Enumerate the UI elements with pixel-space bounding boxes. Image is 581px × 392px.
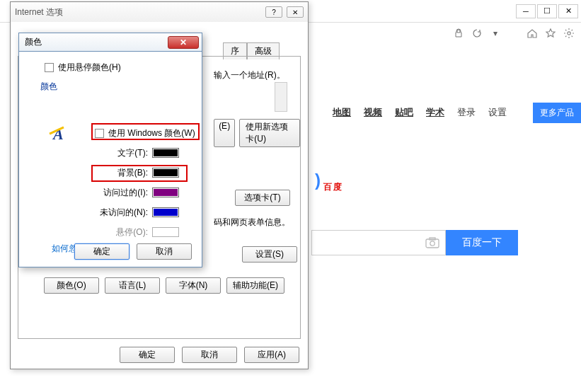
- cd-title-text: 颜色: [25, 36, 42, 48]
- windows-color-label: 使用 Windows 颜色(W): [108, 127, 195, 139]
- font-color-icon: A: [53, 125, 73, 145]
- refresh-icon[interactable]: [471, 27, 483, 40]
- gear-icon[interactable]: [563, 27, 575, 40]
- hover-swatch-row: 悬停(O):: [93, 224, 195, 240]
- text-color-swatch[interactable]: [152, 148, 179, 158]
- cd-group-label: 颜色: [40, 81, 189, 93]
- io-apply-button[interactable]: 应用(A): [244, 347, 299, 363]
- io-help-button[interactable]: ?: [265, 6, 282, 18]
- baidu-logo: )百度: [315, 166, 343, 196]
- io-bottom-buttons: 颜色(O) 语言(L) 字体(N) 辅助功能(E): [44, 277, 284, 294]
- io-address-hint: 输入一个地址(R)。: [214, 69, 285, 81]
- browser-toolbar: ▾: [447, 23, 581, 44]
- visited-color-row: 访问过的(I):: [93, 185, 195, 200]
- io-tabcard-button[interactable]: 选项卡(T): [235, 190, 290, 206]
- io-cancel-button[interactable]: 取消: [182, 347, 237, 363]
- unvisited-color-label: 未访问的(N):: [93, 207, 148, 219]
- io-title-text: Internet 选项: [15, 6, 63, 18]
- nav-login[interactable]: 登录: [457, 106, 476, 119]
- io-btn-e[interactable]: (E): [214, 119, 235, 147]
- star-icon[interactable]: [544, 27, 557, 40]
- text-color-label: 文字(T):: [93, 147, 148, 159]
- io-scrollbar[interactable]: [275, 82, 287, 112]
- windows-color-checkbox[interactable]: [95, 129, 104, 138]
- hover-color-checkbox[interactable]: [45, 63, 54, 72]
- io-footer: 确定 取消 应用(A): [120, 347, 299, 363]
- svg-rect-1: [426, 239, 439, 248]
- colors-dialog: 颜色 ✕ 使用悬停颜色(H) 颜色 A 使用 Windows 颜色(W) 文字(…: [18, 33, 202, 267]
- cd-footer: 确定 取消: [74, 243, 192, 260]
- hover-swatch-label: 悬停(O):: [93, 226, 148, 238]
- baidu-nav: 地图 视频 贴吧 学术 登录 设置: [333, 106, 507, 119]
- cd-rows: 使用 Windows 颜色(W) 文字(T): 背景(B): 访问过的(I): …: [93, 125, 195, 244]
- dropdown-icon[interactable]: ▾: [489, 27, 502, 40]
- cd-titlebar: 颜色 ✕: [19, 33, 202, 52]
- nav-settings[interactable]: 设置: [488, 106, 507, 119]
- baidu-search: 百度一下: [311, 230, 518, 255]
- language-button[interactable]: 语言(L): [105, 277, 160, 294]
- bg-color-swatch[interactable]: [152, 168, 179, 178]
- fonts-button[interactable]: 字体(N): [166, 277, 221, 294]
- hover-color-label: 使用悬停颜色(H): [58, 62, 121, 74]
- close-button[interactable]: ✕: [558, 4, 578, 18]
- nav-map[interactable]: 地图: [333, 106, 351, 119]
- unvisited-color-swatch[interactable]: [152, 207, 179, 217]
- io-settings-button[interactable]: 设置(S): [242, 246, 297, 263]
- nav-tieba[interactable]: 贴吧: [395, 106, 413, 119]
- search-button[interactable]: 百度一下: [446, 230, 518, 255]
- io-ok-button[interactable]: 确定: [120, 347, 175, 363]
- bg-color-row: 背景(B):: [93, 165, 195, 180]
- io-btn-new-tab[interactable]: 使用新选项卡(U): [239, 119, 300, 147]
- colors-button[interactable]: 颜色(O): [44, 277, 99, 294]
- io-titlebar: Internet 选项 ? ✕: [11, 2, 308, 22]
- cd-ok-button[interactable]: 确定: [74, 243, 130, 260]
- minimize-button[interactable]: ─: [516, 4, 536, 18]
- io-close-button[interactable]: ✕: [287, 6, 304, 18]
- nav-video[interactable]: 视频: [364, 106, 382, 119]
- hover-color-row: 使用悬停颜色(H): [45, 62, 189, 74]
- maximize-button[interactable]: ☐: [537, 4, 557, 18]
- nav-scholar[interactable]: 学术: [426, 106, 444, 119]
- bg-color-label: 背景(B):: [93, 167, 148, 179]
- svg-point-2: [430, 241, 435, 246]
- hover-swatch: [152, 227, 179, 237]
- cd-cancel-button[interactable]: 取消: [137, 243, 192, 260]
- unvisited-color-row: 未访问的(N):: [93, 204, 195, 220]
- windows-color-row: 使用 Windows 颜色(W): [93, 125, 195, 141]
- cd-body: 使用悬停颜色(H) 颜色: [19, 52, 202, 107]
- visited-color-swatch[interactable]: [152, 188, 179, 197]
- io-button-row1: (E) 使用新选项卡(U): [214, 119, 300, 147]
- search-input[interactable]: [311, 230, 446, 255]
- more-products-button[interactable]: 更多产品: [533, 103, 581, 123]
- lock-icon: [452, 27, 465, 40]
- cd-close-button[interactable]: ✕: [168, 36, 199, 49]
- camera-icon[interactable]: [425, 237, 439, 248]
- svg-point-0: [568, 32, 570, 35]
- accessibility-button[interactable]: 辅助功能(E): [226, 277, 284, 294]
- text-color-row: 文字(T):: [93, 145, 195, 161]
- io-html5-hint: 码和网页表单信息。: [214, 217, 290, 229]
- visited-color-label: 访问过的(I):: [93, 187, 148, 199]
- home-icon[interactable]: [526, 27, 539, 40]
